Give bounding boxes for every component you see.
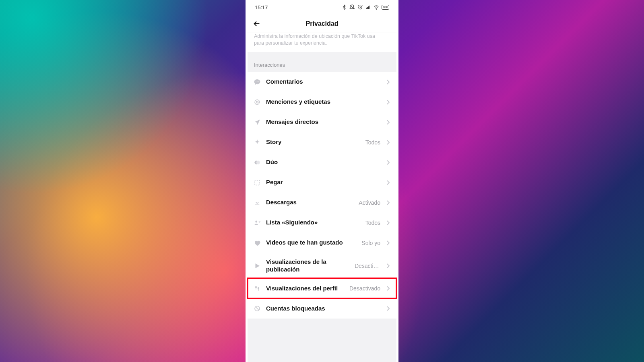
status-time: 15:17 xyxy=(255,4,268,10)
following-icon xyxy=(253,219,261,227)
download-icon xyxy=(253,199,261,207)
screenshot-frame: 15:17 xyxy=(246,0,398,362)
row-value: Solo yo xyxy=(361,240,380,246)
row-mensajes[interactable]: Mensajes directos xyxy=(248,112,396,132)
svg-rect-12 xyxy=(255,180,260,185)
svg-point-17 xyxy=(258,290,259,291)
row-visualizaciones-publicacion[interactable]: Visualizaciones de la publicación Desact… xyxy=(248,253,396,279)
status-icons: 100 xyxy=(341,4,389,10)
row-label: Menciones y etiquetas xyxy=(266,98,376,106)
svg-rect-3 xyxy=(368,6,369,9)
chevron-right-icon xyxy=(385,200,391,205)
chevron-right-icon xyxy=(385,140,391,145)
info-line-2: para personalizar tu experiencia. xyxy=(254,40,390,47)
row-label: Mensajes directos xyxy=(266,118,376,126)
back-button[interactable] xyxy=(248,14,266,33)
chevron-right-icon xyxy=(385,120,391,125)
comment-icon xyxy=(253,78,261,86)
settings-list: Comentarios Menciones y etiquetas xyxy=(248,72,396,319)
chevron-right-icon xyxy=(385,306,391,311)
phone-screen: 15:17 xyxy=(248,0,396,362)
heart-icon xyxy=(253,239,261,247)
svg-point-6 xyxy=(256,81,256,82)
row-label: Lista «Siguiendo» xyxy=(266,219,361,226)
row-label: Visualizaciones del perfil xyxy=(266,285,345,292)
svg-point-7 xyxy=(257,81,258,82)
row-value: Todos xyxy=(365,220,380,226)
chevron-right-icon xyxy=(385,180,391,185)
svg-point-13 xyxy=(255,220,257,222)
row-label: Pegar xyxy=(266,179,376,186)
stitch-icon xyxy=(253,179,261,187)
row-menciones[interactable]: Menciones y etiquetas xyxy=(248,92,396,112)
location-info-card: Administra la información de ubicación q… xyxy=(248,33,396,52)
row-value: Desactiva... xyxy=(355,263,380,269)
svg-point-5 xyxy=(376,9,376,9)
svg-point-8 xyxy=(258,81,259,82)
svg-rect-2 xyxy=(367,7,368,9)
page-header: Privacidad xyxy=(248,14,396,33)
section-header-interacciones: Interacciones xyxy=(248,52,396,72)
row-siguiendo[interactable]: Lista «Siguiendo» Todos xyxy=(248,213,396,233)
row-visualizaciones-perfil[interactable]: Visualizaciones del perfil Desactivado xyxy=(248,278,396,298)
battery-icon: 100 xyxy=(382,5,389,10)
row-label: Visualizaciones de la publicación xyxy=(266,258,350,274)
svg-rect-1 xyxy=(366,8,367,9)
page-title: Privacidad xyxy=(248,20,396,27)
chevron-right-icon xyxy=(385,286,391,291)
row-pegar[interactable]: Pegar xyxy=(248,173,396,193)
row-value: Activado xyxy=(359,200,380,206)
row-value: Todos xyxy=(365,139,380,146)
wifi-icon xyxy=(374,4,379,10)
row-label: Descargas xyxy=(266,199,354,206)
chevron-right-icon xyxy=(385,100,391,105)
row-duo[interactable]: Dúo xyxy=(248,152,396,173)
arrow-left-icon xyxy=(252,19,261,28)
block-icon xyxy=(253,304,261,313)
alarm-icon xyxy=(357,4,363,10)
svg-rect-4 xyxy=(369,6,370,9)
play-icon xyxy=(253,262,261,270)
row-label: Cuentas bloqueadas xyxy=(266,305,376,313)
svg-point-14 xyxy=(255,286,257,288)
row-value: Desactivado xyxy=(349,285,380,292)
chevron-right-icon xyxy=(385,220,391,225)
signal-icon xyxy=(365,4,371,10)
status-bar: 15:17 xyxy=(248,0,396,14)
row-label: Videos que te han gustado xyxy=(266,239,357,247)
svg-point-11 xyxy=(256,160,260,164)
row-label: Comentarios xyxy=(266,78,376,86)
sparkle-icon xyxy=(253,138,261,146)
row-story[interactable]: Story Todos xyxy=(248,132,396,152)
info-line-1: Administra la información de ubicación q… xyxy=(254,33,390,40)
row-label: Story xyxy=(266,138,361,146)
chevron-right-icon xyxy=(385,241,391,245)
wallpaper-background: 15:17 xyxy=(0,0,644,362)
at-icon xyxy=(253,98,261,106)
svg-point-16 xyxy=(258,287,259,290)
row-bloqueadas[interactable]: Cuentas bloqueadas xyxy=(248,298,396,319)
row-descargas[interactable]: Descargas Activado xyxy=(248,193,396,213)
svg-point-15 xyxy=(256,289,256,290)
row-label: Dúo xyxy=(266,158,376,166)
chevron-right-icon xyxy=(385,263,391,268)
chevron-right-icon xyxy=(385,80,391,84)
footprints-icon xyxy=(253,284,261,292)
row-comentarios[interactable]: Comentarios xyxy=(248,72,396,92)
bluetooth-icon xyxy=(341,4,347,10)
row-gustado[interactable]: Videos que te han gustado Solo yo xyxy=(248,233,396,253)
dnd-icon xyxy=(349,4,355,10)
send-icon xyxy=(253,118,261,126)
bottom-spacer xyxy=(248,319,396,323)
duet-icon xyxy=(253,158,261,167)
chevron-right-icon xyxy=(385,160,391,165)
